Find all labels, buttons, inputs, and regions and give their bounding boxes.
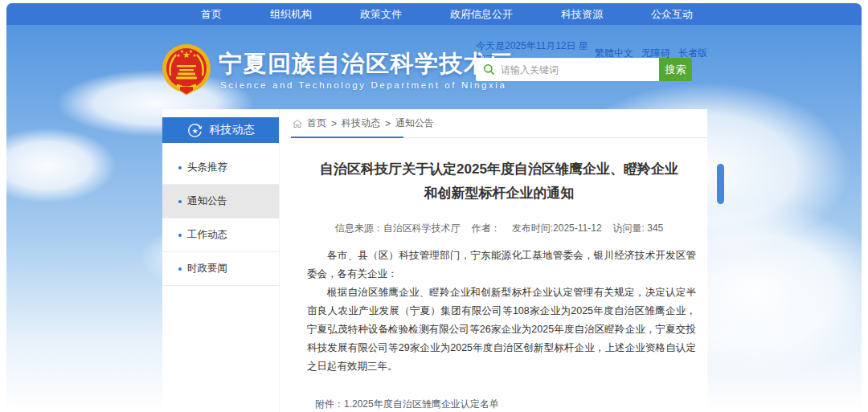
nav-item-sci-tech-resources[interactable]: 科技资源	[537, 7, 627, 22]
article-meta: 信息来源：自治区科学技术厅作者：发布时间:2025-11-12访问量: 345	[291, 222, 707, 235]
attachments-label: 附件：	[315, 397, 344, 412]
article-title: 自治区科技厅关于认定2025年度自治区雏鹰企业、瞪羚企业 和创新型标杆企业的通知	[291, 157, 707, 206]
nav-item-organization[interactable]: 组织机构	[246, 7, 336, 22]
svg-text:★: ★	[180, 49, 184, 54]
sidebar-item-label: 头条推荐	[187, 161, 227, 174]
search-box[interactable]	[476, 58, 659, 81]
nav-item-policy-documents[interactable]: 政策文件	[336, 7, 426, 22]
nav-item-home[interactable]: 首页	[177, 7, 246, 22]
sidebar-item-headline-recommend[interactable]: 头条推荐	[162, 151, 279, 185]
svg-text:★: ★	[192, 53, 196, 58]
content-card: ★ 科技动态 头条推荐 通知公告 工作动态	[162, 109, 707, 412]
sidebar-item-notices[interactable]: 通知公告	[162, 185, 279, 218]
breadcrumb: 首页 > 科技动态 > 通知公告	[291, 109, 707, 138]
breadcrumb-notices[interactable]: 通知公告	[395, 116, 434, 130]
site-subtitle: Science and Technology Department of Nin…	[220, 80, 506, 90]
circular-star-icon: ★	[187, 123, 203, 138]
bullet-dot-icon	[178, 166, 182, 169]
article-paragraph: 各市、县（区）科技管理部门，宁东能源化工基地管委会，银川经济技术开发区管委会，各…	[307, 247, 696, 284]
breadcrumb-separator: >	[385, 118, 391, 129]
bullet-dot-icon	[178, 267, 182, 271]
sidebar: ★ 科技动态 头条推荐 通知公告 工作动态	[162, 109, 280, 412]
content-scrollbar-thumb[interactable]	[717, 164, 724, 204]
article-paragraph: 根据自治区雏鹰企业、瞪羚企业和创新型标杆企业认定管理有关规定，决定认定半亩良人农…	[307, 284, 696, 376]
attachments-block: 附件： 1.2025年度自治区雏鹰企业认定名单 2.2025年度自治区瞪羚企业认…	[315, 397, 707, 412]
sidebar-menu: 头条推荐 通知公告 工作动态 时政要闻	[162, 151, 279, 286]
sidebar-item-label: 通知公告	[187, 194, 227, 208]
svg-text:★: ★	[191, 126, 198, 134]
article-area: 首页 > 科技动态 > 通知公告 自治区科技厅关于认定2025年度自治区雏鹰企业…	[291, 109, 707, 412]
search-input[interactable]	[501, 64, 659, 75]
attachment-link-1[interactable]: 1.2025年度自治区雏鹰企业认定名单	[344, 397, 528, 411]
nav-item-public-interaction[interactable]: 公众互动	[627, 7, 717, 22]
breadcrumb-active-underline	[291, 137, 403, 138]
breadcrumb-home[interactable]: 首页	[307, 116, 326, 130]
breadcrumb-sci-tech-news[interactable]: 科技动态	[342, 116, 380, 130]
meta-publish-time: 发布时间:2025-11-12	[512, 222, 602, 234]
attachments-list: 1.2025年度自治区雏鹰企业认定名单 2.2025年度自治区瞪羚企业认定名单 …	[344, 397, 528, 412]
meta-author: 作者：	[472, 222, 501, 234]
sidebar-item-current-politics[interactable]: 时政要闻	[162, 252, 279, 286]
article-title-line1: 自治区科技厅关于认定2025年度自治区雏鹰企业、瞪羚企业	[291, 157, 707, 182]
article-title-line2: 和创新型标杆企业的通知	[291, 182, 707, 206]
sidebar-item-label: 工作动态	[187, 228, 227, 242]
bullet-dot-icon	[178, 200, 182, 203]
magnifier-icon	[483, 63, 495, 75]
search-button[interactable]: 搜索	[659, 58, 692, 81]
sidebar-item-work-news[interactable]: 工作动态	[162, 218, 279, 252]
nav-item-gov-info-disclosure[interactable]: 政府信息公开	[426, 7, 537, 22]
sidebar-item-label: 时政要闻	[187, 262, 227, 275]
page-frame: 首页 组织机构 政策文件 政府信息公开 科技资源 公众互动 ★ ★ ★ ★ ★	[6, 0, 862, 412]
breadcrumb-separator: >	[331, 118, 337, 129]
sidebar-header: ★ 科技动态	[162, 117, 279, 143]
meta-visit-count: 访问量: 345	[613, 222, 664, 234]
search-bar: 搜索	[476, 58, 692, 81]
bullet-dot-icon	[178, 234, 182, 237]
sidebar-title: 科技动态	[210, 123, 255, 137]
meta-source: 信息来源：自治区科学技术厅	[335, 222, 461, 234]
site-title: 宁夏回族自治区科学技术厅	[219, 48, 513, 80]
china-national-emblem-icon: ★ ★ ★ ★ ★	[161, 43, 212, 101]
top-navigation-bar: 首页 组织机构 政策文件 政府信息公开 科技资源 公众互动	[6, 3, 862, 25]
home-icon	[293, 119, 302, 128]
article-body: 各市、县（区）科技管理部门，宁东能源化工基地管委会，银川经济技术开发区管委会，各…	[291, 247, 707, 376]
